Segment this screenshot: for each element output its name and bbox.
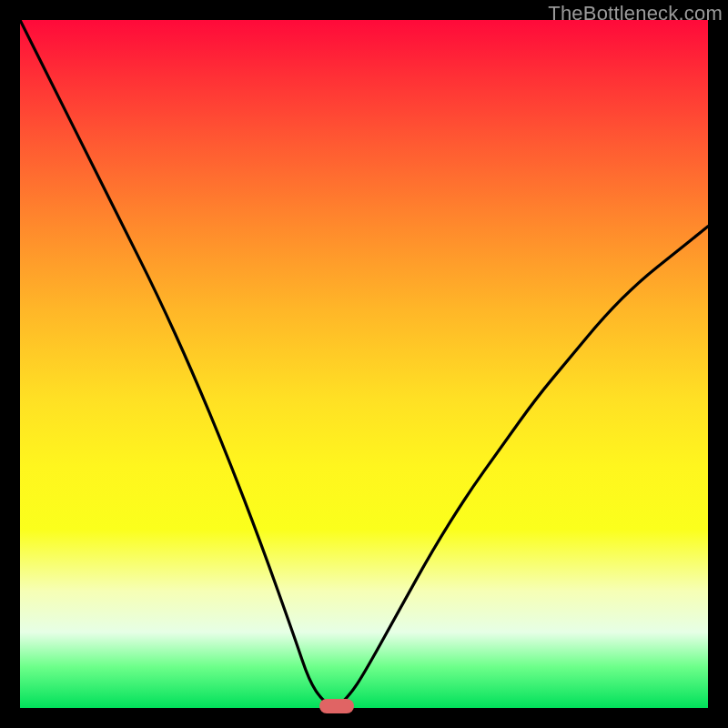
optimum-marker [319, 699, 354, 713]
watermark-text: TheBottleneck.com [548, 2, 723, 25]
plot-area [20, 20, 708, 708]
bottleneck-curve [20, 20, 708, 708]
curve-path [20, 20, 708, 705]
